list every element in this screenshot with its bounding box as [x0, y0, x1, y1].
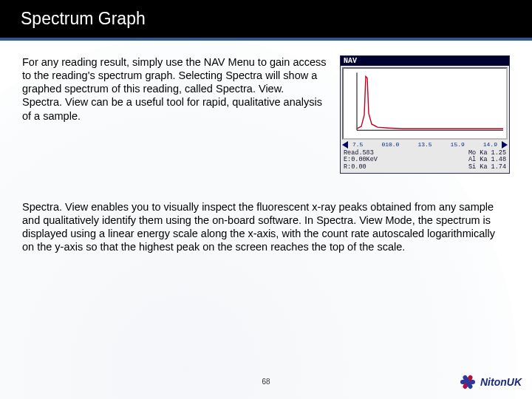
- spectraview-screenshot: NAV 7.5 010.0 13.5 15.9 14.9: [340, 55, 510, 174]
- brand-logo: NitonUK: [458, 372, 522, 392]
- page-number: 68: [262, 378, 270, 386]
- tick: 7.5: [352, 141, 363, 148]
- content-area: For any reading result, simply use the N…: [0, 41, 532, 254]
- intro-paragraph: For any reading result, simply use the N…: [22, 55, 327, 123]
- spectrum-plot: [342, 67, 508, 140]
- tick: 010.0: [381, 141, 399, 148]
- scroll-right-icon[interactable]: [502, 141, 508, 149]
- page-title: Spectrum Graph: [0, 0, 532, 41]
- tick: 15.9: [451, 141, 465, 148]
- info-left: Read.583 E:0.00KeV R:0.00: [344, 150, 378, 171]
- logo-burst-icon: [458, 372, 477, 392]
- screenshot-header: NAV: [341, 56, 509, 66]
- detail-paragraph: Spectra. View enables you to visually in…: [22, 200, 510, 254]
- screenshot-info: Read.583 E:0.00KeV R:0.00 Mo Ka 1.25 Al …: [341, 149, 509, 173]
- x-ticks: 7.5 010.0 13.5 15.9 14.9: [349, 141, 500, 148]
- info-right: Mo Ka 1.25 Al Ka 1.48 Si Ka 1.74: [468, 150, 506, 171]
- axis-row: 7.5 010.0 13.5 15.9 14.9: [341, 141, 509, 149]
- scroll-left-icon[interactable]: [342, 141, 348, 149]
- tick: 13.5: [417, 141, 432, 148]
- tick: 14.9: [483, 141, 497, 148]
- logo-text: NitonUK: [480, 376, 522, 388]
